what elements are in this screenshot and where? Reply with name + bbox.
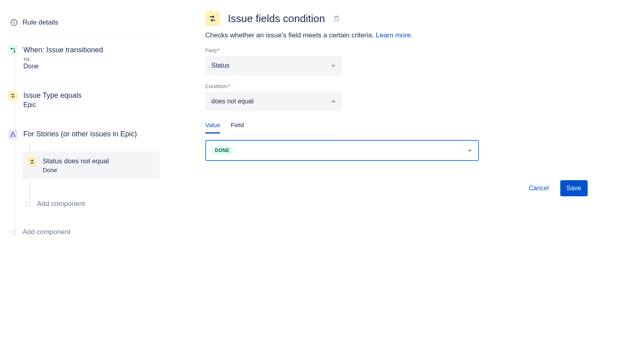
selected-condition-node[interactable]: Status does not equal Done	[23, 151, 159, 179]
page-title: Issue fields condition	[228, 12, 325, 25]
value-chip: DONE	[212, 146, 233, 155]
rule-details-link[interactable]: Rule details	[8, 16, 159, 37]
trigger-node[interactable]: When: Issue transitioned TO Done	[8, 45, 159, 70]
condition-1-title: Issue Type equals	[23, 91, 82, 100]
trigger-sub: Done	[23, 63, 103, 70]
trigger-icon	[8, 45, 18, 55]
save-button[interactable]: Save	[560, 180, 588, 196]
cancel-button[interactable]: Cancel	[522, 180, 555, 196]
svg-rect-5	[12, 132, 14, 133]
value-field-tabs: Value Field	[205, 119, 342, 134]
add-component[interactable]: Add component	[8, 228, 159, 236]
rule-sidebar: Rule details When: Issue transitioned TO…	[0, 0, 169, 362]
condition-value: does not equal	[211, 98, 254, 105]
add-component-nested-label: Add component	[37, 200, 85, 208]
svg-point-2	[14, 21, 14, 21]
chevron-down-icon	[467, 148, 473, 153]
chevron-down-icon	[330, 99, 336, 104]
condition-icon	[27, 157, 37, 167]
description: Checks whether an issue's field meets a …	[205, 31, 588, 39]
field-value: Status	[211, 62, 229, 69]
field-select[interactable]: Status	[205, 56, 342, 75]
branch-node[interactable]: For Stories (or other issues in Epic)	[8, 130, 159, 139]
tab-field[interactable]: Field	[231, 119, 244, 133]
branch-title: For Stories (or other issues in Epic)	[23, 130, 137, 139]
add-circle-icon	[25, 201, 31, 207]
selected-title: Status does not equal	[43, 157, 109, 166]
learn-more-link[interactable]: Learn more.	[376, 31, 413, 39]
delete-icon[interactable]	[333, 15, 340, 22]
trigger-sub-label: TO	[23, 57, 103, 62]
trigger-title: When: Issue transitioned	[23, 45, 103, 55]
field-label: Field*	[205, 47, 588, 53]
tab-value[interactable]: Value	[205, 119, 220, 134]
condition-select[interactable]: does not equal	[205, 92, 342, 111]
value-select[interactable]: DONE	[205, 140, 479, 161]
condition-node-1[interactable]: Issue Type equals Epic	[8, 91, 159, 108]
condition-label: Condition*	[205, 83, 588, 89]
rule-details-label: Rule details	[23, 19, 58, 27]
rule-timeline: When: Issue transitioned TO Done Issue T…	[8, 45, 159, 236]
nested-branch: Status does not equal Done Add component	[23, 151, 159, 208]
add-circle-icon	[10, 229, 16, 235]
info-icon	[10, 19, 18, 26]
svg-rect-7	[14, 136, 15, 137]
branch-icon	[8, 130, 18, 139]
main-panel: Issue fields condition Checks whether an…	[169, 0, 644, 362]
add-component-nested[interactable]: Add component	[23, 200, 159, 208]
chevron-down-icon	[330, 63, 336, 68]
condition-icon	[8, 91, 18, 101]
add-component-label: Add component	[23, 228, 70, 236]
svg-rect-6	[10, 136, 12, 137]
condition-1-sub: Epic	[23, 101, 82, 109]
svg-point-4	[14, 51, 15, 53]
selected-sub: Done	[43, 167, 109, 173]
header-condition-icon	[205, 11, 220, 26]
svg-point-3	[11, 48, 12, 49]
